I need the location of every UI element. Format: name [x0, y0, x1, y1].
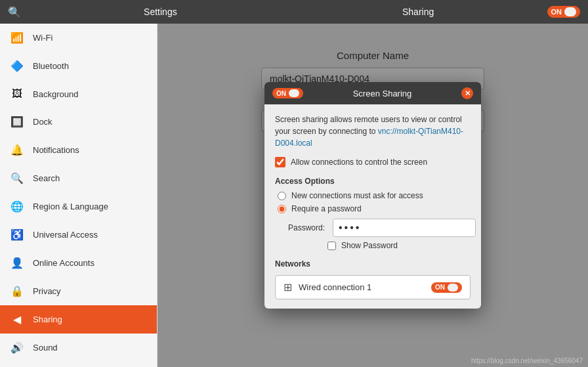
sidebar-label-online-accounts: Online Accounts: [33, 258, 94, 268]
search-icon[interactable]: 🔍: [8, 6, 21, 18]
sidebar-label-wifi: Wi-Fi: [33, 33, 52, 43]
network-name: Wired connection 1: [299, 282, 425, 292]
password-label: Password:: [288, 223, 327, 232]
main-layout: 📶 Wi-Fi 🔷 Bluetooth 🖼 Background 🔲 Dock …: [0, 24, 588, 367]
dialog-title: Screen Sharing: [308, 89, 456, 98]
networks-label: Networks: [275, 259, 471, 269]
access-options-label: Access Options: [275, 177, 471, 186]
sidebar-item-privacy[interactable]: 🔒 Privacy: [0, 277, 157, 305]
allow-connections-label: Allow connections to control the screen: [291, 158, 427, 167]
sharing-icon: ◀: [10, 313, 24, 326]
screen-sharing-dialog: ON Screen Sharing ✕ Screen sharing allow…: [264, 82, 481, 309]
toggle-knob: [564, 7, 576, 16]
titlebar: 🔍 Settings Sharing ON: [0, 0, 588, 24]
background-icon: 🖼: [10, 88, 24, 100]
sidebar-item-background[interactable]: 🖼 Background: [0, 80, 157, 108]
sidebar-item-wifi[interactable]: 📶 Wi-Fi: [0, 24, 157, 52]
notifications-icon: 🔔: [10, 144, 24, 156]
dialog-titlebar: ON Screen Sharing ✕: [264, 82, 481, 104]
radio-ask-label: New connections must ask for access: [291, 191, 423, 200]
dialog-description: Screen sharing allows remote users to vi…: [275, 114, 471, 149]
sidebar-label-universal: Universal Access: [33, 230, 98, 240]
universal-icon: ♿: [10, 228, 24, 241]
sidebar-label-dock: Dock: [33, 117, 52, 127]
password-input[interactable]: [333, 219, 476, 237]
network-toggle-knob: [448, 284, 458, 291]
sidebar-item-dock[interactable]: 🔲 Dock: [0, 108, 157, 136]
sidebar-label-background: Background: [33, 89, 78, 99]
sidebar-label-bluetooth: Bluetooth: [33, 61, 69, 71]
dialog-close-button[interactable]: ✕: [461, 87, 473, 99]
sound-icon: 🔊: [10, 341, 24, 354]
search-icon: 🔍: [10, 172, 24, 184]
allow-connections-row: Allow connections to control the screen: [275, 157, 471, 167]
toggle-label: ON: [551, 8, 562, 16]
network-toggle[interactable]: ON: [431, 282, 462, 293]
sidebar-label-search: Search: [33, 173, 60, 183]
password-row: Password:: [288, 219, 471, 237]
online-accounts-icon: 👤: [10, 257, 24, 269]
show-password-checkbox[interactable]: [327, 242, 336, 250]
allow-connections-checkbox[interactable]: [275, 157, 285, 167]
radio-password[interactable]: [278, 205, 286, 213]
radio-ask[interactable]: [278, 192, 286, 200]
radio-password-row: Require a password: [275, 204, 471, 213]
dialog-body: Screen sharing allows remote users to vi…: [264, 104, 481, 309]
app-title: Settings: [32, 7, 289, 17]
watermark: https://blog.csdn.net/weixin_43656047: [471, 357, 583, 364]
dialog-toggle-label: ON: [276, 90, 286, 97]
sidebar-label-privacy: Privacy: [33, 286, 61, 296]
dialog-toggle-knob: [289, 89, 299, 97]
radio-password-label: Require a password: [291, 204, 362, 213]
sidebar-item-search[interactable]: 🔍 Search: [0, 164, 157, 192]
sidebar-label-sound: Sound: [33, 343, 58, 353]
show-password-label: Show Password: [341, 241, 398, 250]
wifi-icon: 📶: [10, 32, 24, 44]
sidebar-item-bluetooth[interactable]: 🔷 Bluetooth: [0, 52, 157, 80]
sidebar-item-sharing[interactable]: ◀ Sharing: [0, 305, 157, 334]
sidebar-label-sharing: Sharing: [33, 314, 62, 324]
radio-ask-row: New connections must ask for access: [275, 191, 471, 200]
dock-icon: 🔲: [10, 116, 24, 128]
network-row: ⊞ Wired connection 1 ON: [275, 275, 471, 299]
sharing-toggle[interactable]: ON: [547, 6, 581, 18]
sidebar: 📶 Wi-Fi 🔷 Bluetooth 🖼 Background 🔲 Dock …: [0, 24, 158, 367]
sidebar-item-universal[interactable]: ♿ Universal Access: [0, 221, 157, 249]
dialog-toggle[interactable]: ON: [272, 88, 303, 98]
bluetooth-icon: 🔷: [10, 60, 24, 72]
sidebar-item-power[interactable]: ⚡ Power: [0, 362, 157, 367]
privacy-icon: 🔒: [10, 285, 24, 297]
content-area: Computer Name Active ON Screen Sharing ✕: [158, 24, 588, 367]
sidebar-label-region: Region & Language: [33, 202, 108, 211]
sidebar-label-notifications: Notifications: [33, 145, 79, 155]
sidebar-item-region[interactable]: 🌐 Region & Language: [0, 192, 157, 221]
network-toggle-label: ON: [435, 284, 445, 291]
sidebar-item-sound[interactable]: 🔊 Sound: [0, 334, 157, 362]
region-icon: 🌐: [10, 200, 24, 213]
modal-overlay: ON Screen Sharing ✕ Screen sharing allow…: [158, 24, 588, 367]
page-title: Sharing: [289, 7, 547, 17]
network-icon: ⊞: [284, 281, 292, 293]
sidebar-item-notifications[interactable]: 🔔 Notifications: [0, 136, 157, 164]
sidebar-item-online-accounts[interactable]: 👤 Online Accounts: [0, 249, 157, 277]
show-password-row: Show Password: [327, 241, 471, 250]
